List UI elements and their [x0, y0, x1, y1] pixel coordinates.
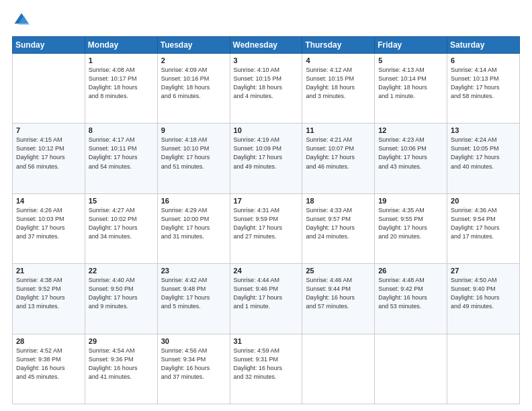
day-info: Sunrise: 4:24 AM Sunset: 10:05 PM Daylig…	[451, 136, 516, 171]
page: SundayMondayTuesdayWednesdayThursdayFrid…	[0, 0, 532, 411]
day-number: 8	[89, 126, 154, 134]
day-info: Sunrise: 4:40 AM Sunset: 9:50 PM Dayligh…	[89, 276, 154, 311]
calendar-week-row-3: 14Sunrise: 4:26 AM Sunset: 10:03 PM Dayl…	[13, 193, 520, 263]
calendar-cell	[13, 54, 85, 124]
day-number: 27	[451, 267, 516, 275]
calendar-cell: 7Sunrise: 4:15 AM Sunset: 10:12 PM Dayli…	[13, 124, 85, 193]
weekday-header-tuesday: Tuesday	[157, 37, 230, 54]
calendar-week-row-4: 21Sunrise: 4:38 AM Sunset: 9:52 PM Dayli…	[13, 264, 520, 334]
day-number: 24	[234, 267, 299, 275]
weekday-header-friday: Friday	[375, 37, 447, 54]
day-info: Sunrise: 4:27 AM Sunset: 10:02 PM Daylig…	[89, 206, 154, 241]
day-number: 31	[234, 337, 299, 345]
day-number: 30	[161, 337, 226, 345]
day-number: 3	[234, 56, 299, 64]
calendar-cell: 22Sunrise: 4:40 AM Sunset: 9:50 PM Dayli…	[85, 264, 157, 334]
calendar-week-row-2: 7Sunrise: 4:15 AM Sunset: 10:12 PM Dayli…	[13, 124, 520, 193]
day-info: Sunrise: 4:46 AM Sunset: 9:44 PM Dayligh…	[306, 276, 371, 311]
day-number: 6	[451, 56, 516, 64]
day-info: Sunrise: 4:48 AM Sunset: 9:42 PM Dayligh…	[378, 276, 443, 311]
calendar-cell: 9Sunrise: 4:18 AM Sunset: 10:10 PM Dayli…	[157, 124, 230, 193]
day-number: 28	[16, 337, 81, 345]
weekday-header-monday: Monday	[85, 37, 157, 54]
calendar-cell: 17Sunrise: 4:31 AM Sunset: 9:59 PM Dayli…	[230, 193, 302, 263]
day-number: 11	[306, 126, 371, 134]
calendar-cell: 1Sunrise: 4:08 AM Sunset: 10:17 PM Dayli…	[85, 54, 157, 124]
day-number: 22	[89, 267, 154, 275]
calendar-cell: 25Sunrise: 4:46 AM Sunset: 9:44 PM Dayli…	[302, 264, 375, 334]
day-number: 16	[161, 197, 226, 205]
day-number: 7	[16, 126, 81, 134]
day-info: Sunrise: 4:38 AM Sunset: 9:52 PM Dayligh…	[16, 276, 81, 311]
calendar-cell	[375, 334, 447, 404]
calendar-cell: 21Sunrise: 4:38 AM Sunset: 9:52 PM Dayli…	[13, 264, 85, 334]
header	[12, 11, 520, 30]
day-info: Sunrise: 4:14 AM Sunset: 10:13 PM Daylig…	[451, 66, 516, 101]
calendar-cell	[302, 334, 375, 404]
day-number: 1	[89, 56, 154, 64]
day-number: 15	[89, 197, 154, 205]
day-number: 26	[378, 267, 443, 275]
calendar-cell: 31Sunrise: 4:59 AM Sunset: 9:31 PM Dayli…	[230, 334, 302, 404]
weekday-header-row: SundayMondayTuesdayWednesdayThursdayFrid…	[13, 37, 520, 54]
calendar-cell: 11Sunrise: 4:21 AM Sunset: 10:07 PM Dayl…	[302, 124, 375, 193]
day-info: Sunrise: 4:18 AM Sunset: 10:10 PM Daylig…	[161, 136, 226, 171]
day-info: Sunrise: 4:56 AM Sunset: 9:34 PM Dayligh…	[161, 347, 226, 381]
day-number: 10	[234, 126, 299, 134]
calendar-cell: 10Sunrise: 4:19 AM Sunset: 10:09 PM Dayl…	[230, 124, 302, 193]
calendar-week-row-1: 1Sunrise: 4:08 AM Sunset: 10:17 PM Dayli…	[13, 54, 520, 124]
day-info: Sunrise: 4:23 AM Sunset: 10:06 PM Daylig…	[378, 136, 443, 171]
calendar-cell: 3Sunrise: 4:10 AM Sunset: 10:15 PM Dayli…	[230, 54, 302, 124]
day-number: 5	[378, 56, 443, 64]
logo-icon	[12, 11, 31, 30]
calendar-table: SundayMondayTuesdayWednesdayThursdayFrid…	[12, 36, 520, 404]
calendar-cell: 18Sunrise: 4:33 AM Sunset: 9:57 PM Dayli…	[302, 193, 375, 263]
day-number: 25	[306, 267, 371, 275]
weekday-header-thursday: Thursday	[302, 37, 375, 54]
calendar-cell: 14Sunrise: 4:26 AM Sunset: 10:03 PM Dayl…	[13, 193, 85, 263]
logo	[12, 11, 34, 30]
day-number: 13	[451, 126, 516, 134]
day-number: 23	[161, 267, 226, 275]
day-info: Sunrise: 4:19 AM Sunset: 10:09 PM Daylig…	[234, 136, 299, 171]
day-number: 12	[378, 126, 443, 134]
day-info: Sunrise: 4:15 AM Sunset: 10:12 PM Daylig…	[16, 136, 81, 171]
day-info: Sunrise: 4:09 AM Sunset: 10:16 PM Daylig…	[161, 66, 226, 101]
day-info: Sunrise: 4:31 AM Sunset: 9:59 PM Dayligh…	[234, 206, 299, 241]
day-info: Sunrise: 4:54 AM Sunset: 9:36 PM Dayligh…	[89, 347, 154, 381]
day-info: Sunrise: 4:13 AM Sunset: 10:14 PM Daylig…	[378, 66, 443, 101]
day-info: Sunrise: 4:26 AM Sunset: 10:03 PM Daylig…	[16, 206, 81, 241]
day-number: 2	[161, 56, 226, 64]
calendar-cell: 24Sunrise: 4:44 AM Sunset: 9:46 PM Dayli…	[230, 264, 302, 334]
calendar-cell: 5Sunrise: 4:13 AM Sunset: 10:14 PM Dayli…	[375, 54, 447, 124]
day-number: 21	[16, 267, 81, 275]
calendar-cell: 16Sunrise: 4:29 AM Sunset: 10:00 PM Dayl…	[157, 193, 230, 263]
day-number: 17	[234, 197, 299, 205]
day-number: 4	[306, 56, 371, 64]
day-info: Sunrise: 4:52 AM Sunset: 9:38 PM Dayligh…	[16, 347, 81, 381]
day-info: Sunrise: 4:21 AM Sunset: 10:07 PM Daylig…	[306, 136, 371, 171]
day-info: Sunrise: 4:44 AM Sunset: 9:46 PM Dayligh…	[234, 276, 299, 311]
calendar-cell: 2Sunrise: 4:09 AM Sunset: 10:16 PM Dayli…	[157, 54, 230, 124]
day-number: 20	[451, 197, 516, 205]
calendar-cell: 26Sunrise: 4:48 AM Sunset: 9:42 PM Dayli…	[375, 264, 447, 334]
day-info: Sunrise: 4:33 AM Sunset: 9:57 PM Dayligh…	[306, 206, 371, 241]
calendar-cell: 19Sunrise: 4:35 AM Sunset: 9:55 PM Dayli…	[375, 193, 447, 263]
day-info: Sunrise: 4:59 AM Sunset: 9:31 PM Dayligh…	[234, 347, 299, 381]
calendar-cell	[447, 334, 520, 404]
calendar-cell: 6Sunrise: 4:14 AM Sunset: 10:13 PM Dayli…	[447, 54, 520, 124]
day-info: Sunrise: 4:12 AM Sunset: 10:15 PM Daylig…	[306, 66, 371, 101]
day-number: 18	[306, 197, 371, 205]
day-info: Sunrise: 4:50 AM Sunset: 9:40 PM Dayligh…	[451, 276, 516, 311]
day-info: Sunrise: 4:08 AM Sunset: 10:17 PM Daylig…	[89, 66, 154, 101]
weekday-header-wednesday: Wednesday	[230, 37, 302, 54]
day-info: Sunrise: 4:42 AM Sunset: 9:48 PM Dayligh…	[161, 276, 226, 311]
day-info: Sunrise: 4:36 AM Sunset: 9:54 PM Dayligh…	[451, 206, 516, 241]
calendar-cell: 30Sunrise: 4:56 AM Sunset: 9:34 PM Dayli…	[157, 334, 230, 404]
weekday-header-saturday: Saturday	[447, 37, 520, 54]
day-info: Sunrise: 4:10 AM Sunset: 10:15 PM Daylig…	[234, 66, 299, 101]
day-number: 19	[378, 197, 443, 205]
day-info: Sunrise: 4:29 AM Sunset: 10:00 PM Daylig…	[161, 206, 226, 241]
calendar-cell: 27Sunrise: 4:50 AM Sunset: 9:40 PM Dayli…	[447, 264, 520, 334]
day-number: 9	[161, 126, 226, 134]
